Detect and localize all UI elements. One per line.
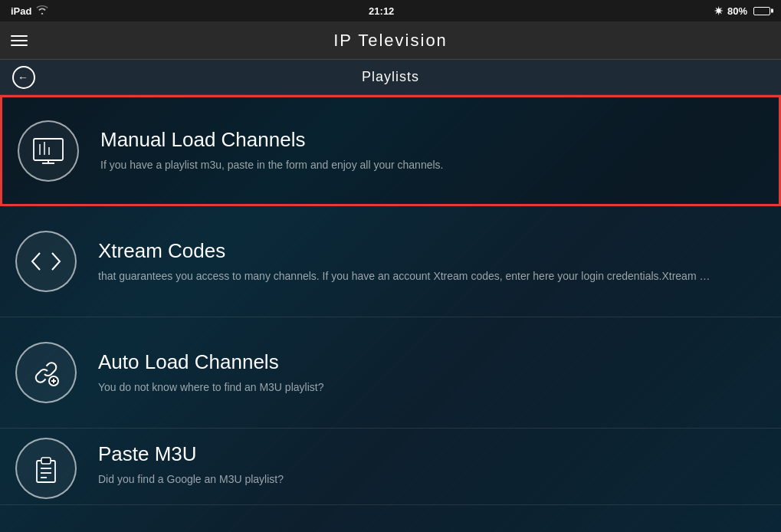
auto-desc: You do not know where to find an M3U pla… — [98, 380, 711, 396]
paste-text: Paste M3U Did you find a Google an M3U p… — [98, 442, 766, 488]
menu-item-paste[interactable]: Paste M3U Did you find a Google an M3U p… — [0, 429, 781, 505]
status-right: ✷ 80% — [714, 5, 770, 17]
svg-rect-0 — [34, 139, 63, 160]
back-button[interactable]: ← — [12, 66, 35, 89]
nav-bar: IP Television — [0, 21, 781, 60]
paste-desc: Did you find a Google an M3U playlist? — [98, 472, 711, 488]
menu-item-xtream[interactable]: Xtream Codes that guarantees you access … — [0, 206, 781, 317]
xtream-icon-circle — [15, 231, 77, 292]
paste-icon — [31, 453, 61, 484]
code-icon — [29, 247, 63, 276]
svg-rect-13 — [41, 458, 51, 464]
bluetooth-icon: ✷ — [714, 5, 723, 17]
status-bar: iPad 21:12 ✷ 80% — [0, 0, 781, 21]
manual-icon-circle — [18, 120, 79, 182]
hamburger-button[interactable] — [11, 35, 28, 46]
manual-title: Manual Load Channels — [100, 128, 763, 152]
battery-icon — [753, 7, 770, 15]
paste-title: Paste M3U — [98, 442, 766, 466]
xtream-desc: that guarantees you access to many chann… — [98, 269, 711, 284]
app-title: IP Television — [333, 31, 448, 51]
xtream-title: Xtream Codes — [98, 239, 766, 263]
device-label: iPad — [11, 5, 31, 17]
wifi-icon — [36, 5, 48, 17]
manual-desc: If you have a playlist m3u, paste in the… — [100, 158, 714, 173]
menu-item-auto[interactable]: Auto Load Channels You do not know where… — [0, 317, 781, 429]
playlist-title: Playlists — [44, 69, 737, 85]
status-left: iPad — [11, 5, 48, 17]
menu-item-manual[interactable]: Manual Load Channels If you have a playl… — [0, 95, 781, 206]
auto-text: Auto Load Channels You do not know where… — [98, 350, 766, 396]
auto-icon-circle — [15, 342, 77, 403]
link-icon — [29, 356, 63, 389]
back-arrow-icon: ← — [18, 72, 28, 83]
manual-text: Manual Load Channels If you have a playl… — [100, 128, 763, 173]
paste-icon-circle — [15, 438, 77, 499]
time-display: 21:12 — [369, 5, 394, 17]
main-content: Manual Load Channels If you have a playl… — [0, 95, 781, 532]
xtream-text: Xtream Codes that guarantees you access … — [98, 239, 766, 284]
tv-icon — [32, 137, 64, 165]
battery-label: 80% — [727, 5, 747, 17]
auto-title: Auto Load Channels — [98, 350, 766, 374]
playlist-header: ← Playlists — [0, 60, 781, 95]
